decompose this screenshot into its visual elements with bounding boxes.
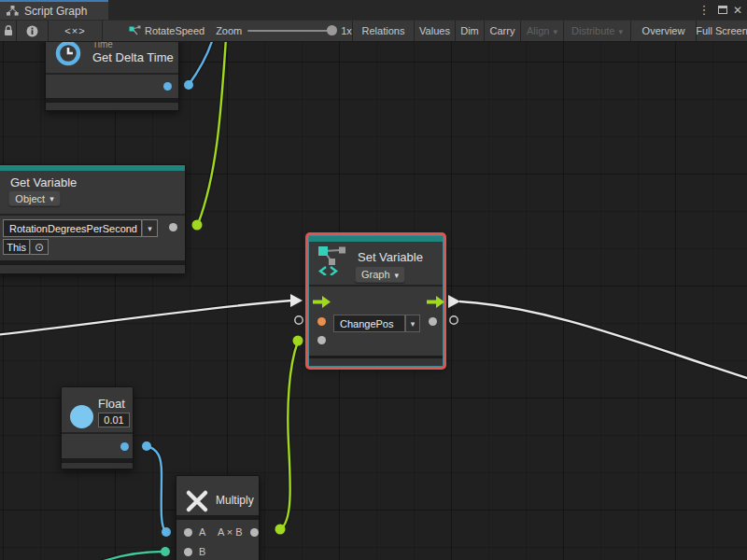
port-b-label: B (199, 546, 205, 557)
node-title: Float (98, 397, 125, 411)
align-button[interactable]: Align▾ (521, 21, 564, 41)
variable-scope-dropdown[interactable]: Graph ▾ (355, 266, 405, 283)
node-title: Get Variable (10, 175, 77, 189)
wire-endpoint (192, 220, 203, 231)
zoom-label: Zoom (216, 25, 242, 36)
variable-name-dropdown[interactable]: ▾ (405, 315, 420, 332)
graph-name: RotateSpeed (103, 21, 210, 41)
window-maximize-icon[interactable] (715, 0, 730, 20)
wire-float-to-multiply (147, 446, 165, 531)
caret-down-icon: ▾ (395, 272, 400, 280)
node-title: Get Delta Time (92, 50, 174, 64)
node-title: Multiply (216, 494, 254, 507)
port-result-out[interactable] (250, 528, 259, 537)
node-category: Time (92, 42, 113, 49)
node-footer (0, 264, 185, 273)
flow-arrowhead-left (290, 294, 303, 307)
port-target-in[interactable] (317, 336, 326, 344)
empty-port (450, 316, 458, 324)
carry-button[interactable]: Carry (485, 21, 521, 41)
caret-down-icon: ▾ (553, 28, 557, 36)
wire-endpoint (184, 80, 193, 90)
variable-name-dropdown[interactable]: ▾ (142, 219, 158, 237)
wire-endpoint (275, 525, 286, 535)
caret-down-icon: ▾ (618, 28, 623, 36)
port-a-label: A (199, 526, 205, 538)
float-value-field[interactable]: 0.01 (98, 413, 130, 427)
window-close-icon[interactable]: ✕ (730, 0, 745, 20)
dim-button[interactable]: Dim (456, 21, 485, 41)
node-get-variable[interactable]: Get Variable Object ▾ RotationDegreesPer… (0, 164, 186, 274)
graph-canvas[interactable]: Time Get Delta Time Get Variable Object … (0, 42, 747, 560)
caret-down-icon: ▾ (411, 320, 416, 329)
full-screen-button[interactable]: Full Screen (697, 21, 747, 41)
node-footer (309, 357, 443, 366)
port-value-out[interactable] (429, 317, 437, 326)
graph-inspector-button[interactable]: <×> (49, 21, 103, 41)
node-get-delta-time[interactable]: Time Get Delta Time (45, 42, 179, 111)
node-float[interactable]: Float 0.01 (61, 386, 134, 469)
wire-endpoint (293, 336, 303, 346)
caret-down-icon: ▾ (49, 195, 54, 203)
zoom-value: 1x (341, 25, 352, 36)
multiply-icon (185, 489, 209, 513)
graph-icon (7, 6, 19, 16)
wire-flow-right (459, 301, 747, 380)
graph-toolbar: <×> RotateSpeed Zoom 1x Relations Values… (0, 20, 747, 42)
node-header-strip (309, 236, 443, 242)
flow-out-arrow[interactable] (427, 296, 444, 308)
object-picker-icon: ⊙ (35, 241, 44, 254)
node-set-variable[interactable]: Set Variable Graph ▾ ChangePos ▾ (308, 235, 444, 367)
variable-name-field[interactable]: RotationDegreesPerSecond (3, 219, 142, 237)
lock-icon (4, 25, 13, 36)
set-variable-icon (317, 245, 349, 275)
window-menu-icon[interactable]: ⋮ (697, 0, 712, 20)
tab-bar: Script Graph ⋮ ✕ (0, 0, 747, 20)
wire-endpoint (161, 547, 170, 556)
variable-name-field[interactable]: ChangePos (333, 315, 405, 332)
script-graph-icon (129, 25, 141, 37)
node-multiply[interactable]: Multiply A A × B B (176, 475, 260, 560)
flow-in-arrow[interactable] (313, 296, 331, 308)
variable-scope-dropdown[interactable]: Object ▾ (8, 190, 61, 206)
object-picker-button[interactable]: ⊙ (30, 239, 49, 255)
variable-target-field[interactable]: This (3, 239, 30, 255)
info-icon (26, 25, 38, 37)
tab-title: Script Graph (24, 5, 87, 18)
relations-button[interactable]: Relations (353, 21, 415, 41)
port-b-in[interactable] (184, 548, 192, 556)
overview-button[interactable]: Overview (631, 21, 697, 41)
zoom-slider[interactable] (247, 30, 335, 32)
maximize-glyph (718, 6, 727, 14)
time-icon (55, 42, 81, 66)
port-result-label: A × B (218, 526, 243, 538)
port-value-in[interactable] (317, 317, 326, 326)
node-title: Set Variable (358, 250, 423, 264)
node-header-strip (0, 165, 185, 171)
info-button[interactable] (17, 21, 49, 41)
graph-name-label: RotateSpeed (145, 25, 204, 36)
zoom-slider-knob[interactable] (327, 25, 337, 35)
node-footer (46, 102, 178, 110)
tab-script-graph[interactable]: Script Graph (0, 0, 108, 20)
wire-endpoint (162, 527, 171, 537)
empty-port (295, 316, 303, 324)
port-float-out[interactable] (120, 442, 129, 451)
flow-arrowhead-right (448, 295, 460, 308)
port-variable-value-out[interactable] (169, 223, 177, 231)
values-button[interactable]: Values (415, 21, 456, 41)
wire-endpoint (142, 441, 151, 451)
script-graph-window: Script Graph ⋮ ✕ <×> Ro (0, 0, 747, 560)
float-icon (70, 405, 93, 428)
lock-button[interactable] (0, 21, 17, 41)
zoom-control: Zoom 1x (210, 21, 353, 41)
port-delta-time-out[interactable] (163, 82, 172, 91)
caret-down-icon: ▾ (148, 225, 152, 233)
distribute-button[interactable]: Distribute▾ (564, 21, 631, 41)
port-a-in[interactable] (184, 528, 192, 537)
node-footer (62, 462, 133, 469)
